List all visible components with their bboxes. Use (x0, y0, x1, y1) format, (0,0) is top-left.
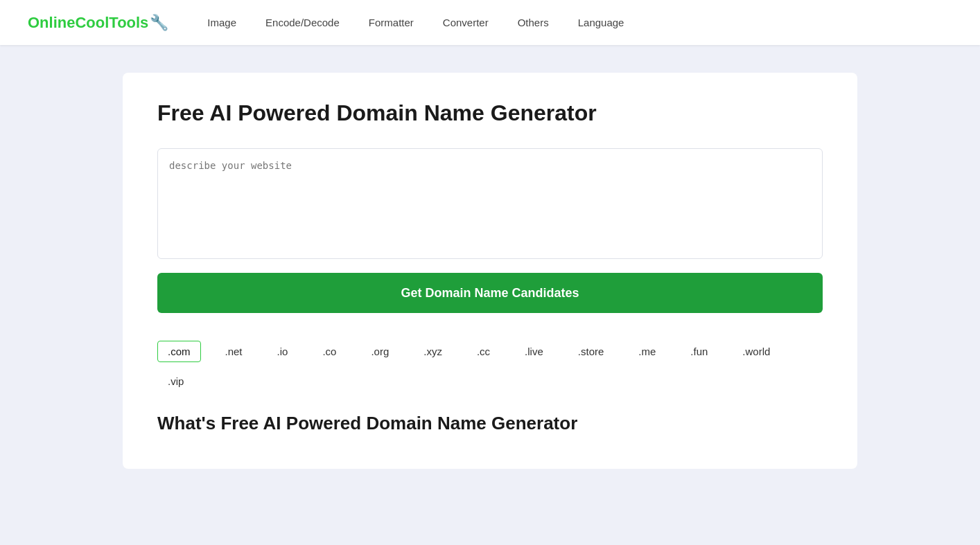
tld-option-io[interactable]: .io (267, 341, 299, 362)
nav-item-image[interactable]: Image (196, 11, 247, 34)
content-card: Free AI Powered Domain Name Generator Ge… (123, 73, 857, 469)
nav-item-formatter[interactable]: Formatter (358, 11, 425, 34)
tld-option-live[interactable]: .live (514, 341, 554, 362)
nav: ImageEncode/DecodeFormatterConverterOthe… (196, 11, 635, 34)
tld-option-store[interactable]: .store (568, 341, 615, 362)
logo[interactable]: OnlineCoolTools 🔧 (28, 14, 168, 32)
tld-option-fun[interactable]: .fun (680, 341, 718, 362)
tld-option-net[interactable]: .net (215, 341, 253, 362)
nav-item-encode-decode[interactable]: Encode/Decode (254, 11, 351, 34)
nav-item-language[interactable]: Language (567, 11, 636, 34)
main-wrapper: Free AI Powered Domain Name Generator Ge… (109, 45, 871, 497)
section-title: What's Free AI Powered Domain Name Gener… (157, 413, 823, 434)
tld-section: .com.net.io.co.org.xyz.cc.live.store.me.… (157, 341, 823, 392)
tld-option-co[interactable]: .co (312, 341, 347, 362)
tld-option-xyz[interactable]: .xyz (413, 341, 453, 362)
tld-option-org[interactable]: .org (360, 341, 399, 362)
logo-icon: 🔧 (150, 14, 168, 32)
tld-option-com[interactable]: .com (157, 341, 201, 362)
generate-button[interactable]: Get Domain Name Candidates (157, 273, 823, 313)
header: OnlineCoolTools 🔧 ImageEncode/DecodeForm… (0, 0, 980, 45)
nav-item-converter[interactable]: Converter (432, 11, 500, 34)
description-textarea[interactable] (157, 148, 823, 259)
page-title: Free AI Powered Domain Name Generator (157, 100, 823, 126)
tld-option-me[interactable]: .me (628, 341, 666, 362)
logo-text: OnlineCoolTools (28, 14, 148, 32)
tld-option-world[interactable]: .world (732, 341, 780, 362)
tld-option-vip[interactable]: .vip (157, 370, 194, 392)
tld-grid: .com.net.io.co.org.xyz.cc.live.store.me.… (157, 341, 823, 392)
nav-item-others[interactable]: Others (507, 11, 560, 34)
tld-option-cc[interactable]: .cc (466, 341, 500, 362)
